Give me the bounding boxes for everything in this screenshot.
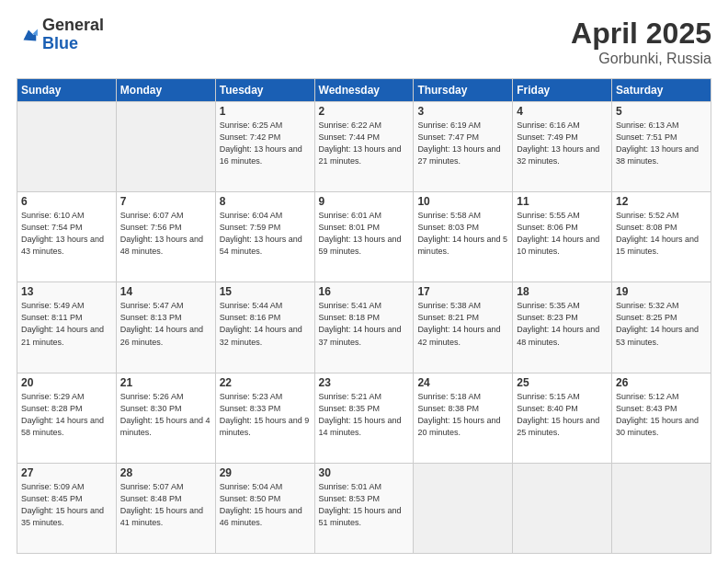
col-friday: Friday [513, 79, 612, 102]
calendar-cell: 25Sunrise: 5:15 AM Sunset: 8:40 PM Dayli… [513, 373, 612, 463]
day-info: Sunrise: 5:35 AM Sunset: 8:23 PM Dayligh… [517, 300, 608, 348]
calendar-cell: 5Sunrise: 6:13 AM Sunset: 7:51 PM Daylig… [612, 102, 711, 192]
day-number: 29 [220, 466, 311, 479]
day-info: Sunrise: 5:41 AM Sunset: 8:18 PM Dayligh… [319, 300, 410, 348]
calendar-cell: 26Sunrise: 5:12 AM Sunset: 8:43 PM Dayli… [612, 373, 711, 463]
day-number: 10 [417, 195, 508, 208]
logo-text: General Blue [42, 17, 104, 53]
day-number: 3 [417, 105, 508, 118]
page: General Blue April 2025 Gorbunki, Russia… [0, 0, 728, 563]
day-number: 15 [220, 285, 311, 298]
day-info: Sunrise: 6:07 AM Sunset: 7:56 PM Dayligh… [120, 210, 211, 258]
calendar-cell: 20Sunrise: 5:29 AM Sunset: 8:28 PM Dayli… [17, 373, 117, 463]
calendar-week-0: 1Sunrise: 6:25 AM Sunset: 7:42 PM Daylig… [17, 102, 711, 192]
day-info: Sunrise: 5:49 AM Sunset: 8:11 PM Dayligh… [21, 300, 112, 348]
calendar-week-1: 6Sunrise: 6:10 AM Sunset: 7:54 PM Daylig… [17, 192, 711, 282]
day-info: Sunrise: 5:32 AM Sunset: 8:25 PM Dayligh… [616, 300, 707, 348]
day-info: Sunrise: 5:12 AM Sunset: 8:43 PM Dayligh… [616, 391, 707, 439]
title-block: April 2025 Gorbunki, Russia [571, 17, 711, 67]
day-info: Sunrise: 6:22 AM Sunset: 7:44 PM Dayligh… [319, 120, 410, 167]
calendar-cell [414, 463, 513, 553]
day-info: Sunrise: 6:01 AM Sunset: 8:01 PM Dayligh… [319, 210, 410, 258]
calendar-cell: 30Sunrise: 5:01 AM Sunset: 8:53 PM Dayli… [314, 463, 414, 553]
day-info: Sunrise: 5:01 AM Sunset: 8:53 PM Dayligh… [319, 481, 410, 529]
col-saturday: Saturday [612, 79, 711, 102]
day-number: 6 [21, 195, 112, 208]
day-number: 22 [220, 376, 311, 389]
calendar-cell: 8Sunrise: 6:04 AM Sunset: 7:59 PM Daylig… [215, 192, 314, 282]
day-number: 21 [120, 376, 211, 389]
calendar-cell: 19Sunrise: 5:32 AM Sunset: 8:25 PM Dayli… [612, 282, 711, 373]
day-number: 11 [517, 195, 608, 208]
day-info: Sunrise: 5:04 AM Sunset: 8:50 PM Dayligh… [220, 481, 311, 529]
calendar-cell [116, 102, 215, 192]
calendar-cell: 24Sunrise: 5:18 AM Sunset: 8:38 PM Dayli… [414, 373, 513, 463]
day-info: Sunrise: 5:47 AM Sunset: 8:13 PM Dayligh… [120, 300, 211, 348]
logo-general: General [42, 17, 104, 35]
calendar-cell: 23Sunrise: 5:21 AM Sunset: 8:35 PM Dayli… [314, 373, 414, 463]
day-number: 23 [319, 376, 410, 389]
day-info: Sunrise: 6:10 AM Sunset: 7:54 PM Dayligh… [21, 210, 112, 258]
day-number: 16 [319, 285, 410, 298]
calendar-week-2: 13Sunrise: 5:49 AM Sunset: 8:11 PM Dayli… [17, 282, 711, 373]
day-number: 14 [120, 285, 211, 298]
day-info: Sunrise: 5:09 AM Sunset: 8:45 PM Dayligh… [21, 481, 112, 529]
day-info: Sunrise: 5:58 AM Sunset: 8:03 PM Dayligh… [417, 210, 508, 258]
calendar-cell: 12Sunrise: 5:52 AM Sunset: 8:08 PM Dayli… [612, 192, 711, 282]
day-number: 7 [120, 195, 211, 208]
day-info: Sunrise: 5:23 AM Sunset: 8:33 PM Dayligh… [220, 391, 311, 439]
day-number: 8 [220, 195, 311, 208]
calendar-week-3: 20Sunrise: 5:29 AM Sunset: 8:28 PM Dayli… [17, 373, 711, 463]
calendar-cell: 16Sunrise: 5:41 AM Sunset: 8:18 PM Dayli… [314, 282, 414, 373]
day-info: Sunrise: 5:07 AM Sunset: 8:48 PM Dayligh… [120, 481, 211, 529]
svg-marker-0 [24, 29, 37, 40]
col-monday: Monday [116, 79, 215, 102]
day-number: 12 [616, 195, 707, 208]
day-number: 25 [517, 376, 608, 389]
calendar-cell [17, 102, 117, 192]
day-info: Sunrise: 5:18 AM Sunset: 8:38 PM Dayligh… [417, 391, 508, 439]
day-number: 2 [319, 105, 410, 118]
day-info: Sunrise: 5:44 AM Sunset: 8:16 PM Dayligh… [220, 300, 311, 348]
day-number: 18 [517, 285, 608, 298]
day-info: Sunrise: 5:15 AM Sunset: 8:40 PM Dayligh… [517, 391, 608, 439]
col-tuesday: Tuesday [215, 79, 314, 102]
col-sunday: Sunday [17, 79, 117, 102]
day-number: 1 [220, 105, 311, 118]
day-info: Sunrise: 6:19 AM Sunset: 7:47 PM Dayligh… [417, 120, 508, 167]
logo-blue: Blue [42, 35, 104, 53]
day-number: 26 [616, 376, 707, 389]
col-thursday: Thursday [414, 79, 513, 102]
day-info: Sunrise: 6:13 AM Sunset: 7:51 PM Dayligh… [616, 120, 707, 167]
calendar-table: Sunday Monday Tuesday Wednesday Thursday… [17, 78, 711, 554]
calendar-cell: 14Sunrise: 5:47 AM Sunset: 8:13 PM Dayli… [116, 282, 215, 373]
day-number: 27 [21, 466, 112, 479]
calendar-cell [612, 463, 711, 553]
calendar-week-4: 27Sunrise: 5:09 AM Sunset: 8:45 PM Dayli… [17, 463, 711, 553]
day-info: Sunrise: 5:55 AM Sunset: 8:06 PM Dayligh… [517, 210, 608, 258]
title-month: April 2025 [571, 17, 711, 51]
day-info: Sunrise: 5:52 AM Sunset: 8:08 PM Dayligh… [616, 210, 707, 258]
col-wednesday: Wednesday [314, 79, 414, 102]
day-number: 30 [319, 466, 410, 479]
calendar-cell: 1Sunrise: 6:25 AM Sunset: 7:42 PM Daylig… [215, 102, 314, 192]
calendar-header-row: Sunday Monday Tuesday Wednesday Thursday… [17, 79, 711, 102]
title-location: Gorbunki, Russia [571, 51, 711, 67]
day-info: Sunrise: 6:25 AM Sunset: 7:42 PM Dayligh… [220, 120, 311, 167]
logo-icon [18, 25, 39, 45]
calendar-cell: 29Sunrise: 5:04 AM Sunset: 8:50 PM Dayli… [215, 463, 314, 553]
calendar-cell: 9Sunrise: 6:01 AM Sunset: 8:01 PM Daylig… [314, 192, 414, 282]
day-info: Sunrise: 6:16 AM Sunset: 7:49 PM Dayligh… [517, 120, 608, 167]
header: General Blue April 2025 Gorbunki, Russia [17, 17, 711, 67]
day-number: 17 [417, 285, 508, 298]
calendar-cell: 10Sunrise: 5:58 AM Sunset: 8:03 PM Dayli… [414, 192, 513, 282]
day-number: 5 [616, 105, 707, 118]
calendar-cell: 7Sunrise: 6:07 AM Sunset: 7:56 PM Daylig… [116, 192, 215, 282]
day-number: 13 [21, 285, 112, 298]
calendar-cell: 4Sunrise: 6:16 AM Sunset: 7:49 PM Daylig… [513, 102, 612, 192]
calendar-cell: 15Sunrise: 5:44 AM Sunset: 8:16 PM Dayli… [215, 282, 314, 373]
calendar-cell: 3Sunrise: 6:19 AM Sunset: 7:47 PM Daylig… [414, 102, 513, 192]
calendar-cell: 28Sunrise: 5:07 AM Sunset: 8:48 PM Dayli… [116, 463, 215, 553]
day-info: Sunrise: 5:21 AM Sunset: 8:35 PM Dayligh… [319, 391, 410, 439]
calendar-cell: 13Sunrise: 5:49 AM Sunset: 8:11 PM Dayli… [17, 282, 117, 373]
